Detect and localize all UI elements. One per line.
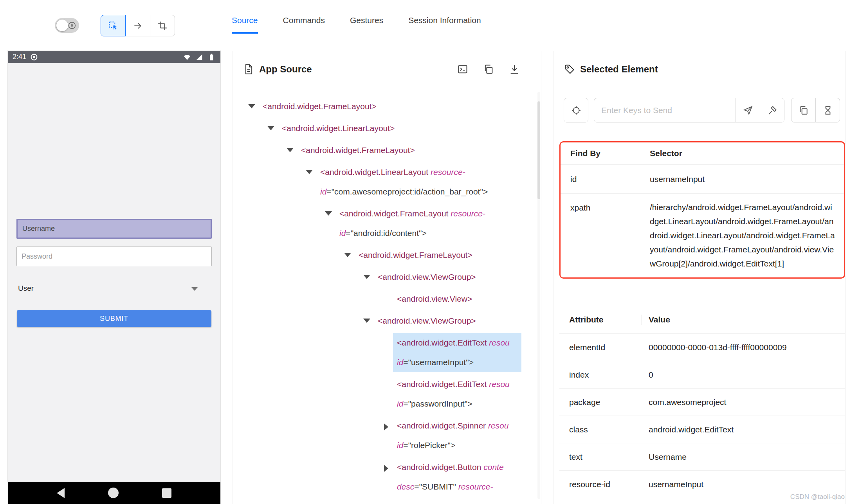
chevron-down-icon[interactable] bbox=[358, 311, 375, 331]
chevron-down-icon[interactable] bbox=[301, 162, 318, 202]
notification-icon bbox=[30, 53, 38, 61]
send-keys-button[interactable] bbox=[736, 98, 760, 122]
selected-element-header: Selected Element bbox=[554, 51, 845, 87]
tab-source[interactable]: Source bbox=[232, 16, 258, 34]
tree-node[interactable]: <android.widget.LinearLayout> bbox=[262, 119, 541, 138]
tree-node-label[interactable]: <android.widget.FrameLayout resource-id=… bbox=[339, 204, 485, 243]
nav-home-icon[interactable] bbox=[108, 488, 119, 498]
device-nav-bar bbox=[8, 482, 220, 504]
arrow-spacer bbox=[377, 333, 395, 372]
chevron-down-icon[interactable] bbox=[339, 245, 356, 265]
keys-input[interactable] bbox=[594, 98, 736, 122]
signal-icon bbox=[195, 53, 204, 61]
nav-back-icon[interactable] bbox=[57, 488, 65, 498]
locate-button[interactable] bbox=[564, 98, 588, 122]
download-icon[interactable] bbox=[509, 64, 520, 75]
device-screenshot[interactable]: 2:41 Username Password User SUBMIT bbox=[8, 51, 220, 504]
table-row: elementId00000000-0000-013d-ffff-ffff000… bbox=[559, 333, 845, 361]
tree-node-label[interactable]: <android.widget.Button contedesc="SUBMIT… bbox=[397, 457, 504, 497]
find-by-table: Find BySelectoridusernameInputxpath/hier… bbox=[559, 141, 845, 279]
app-source-title: App Source bbox=[259, 64, 312, 75]
tree-node[interactable]: <android.view.ViewGroup> bbox=[358, 267, 541, 287]
tree-node-label[interactable]: <android.widget.FrameLayout> bbox=[301, 140, 415, 160]
paper-plane-icon bbox=[743, 105, 753, 115]
tree-node[interactable]: <android.widget.LinearLayout resource-id… bbox=[301, 162, 541, 202]
chevron-down-icon[interactable] bbox=[262, 119, 279, 138]
submit-button[interactable]: SUBMIT bbox=[17, 310, 211, 327]
password-field[interactable]: Password bbox=[16, 247, 212, 266]
clear-button[interactable] bbox=[760, 98, 784, 122]
device-app-screen[interactable]: Username Password User SUBMIT bbox=[8, 63, 220, 482]
chevron-down-icon[interactable] bbox=[281, 140, 299, 160]
select-element-button[interactable] bbox=[101, 15, 126, 36]
tree-node-label[interactable]: <android.widget.FrameLayout> bbox=[359, 245, 472, 265]
chevron-right-icon[interactable] bbox=[377, 416, 395, 455]
tree-node-label[interactable]: <android.widget.Spinner resouid="rolePic… bbox=[397, 416, 508, 455]
row-key: package bbox=[559, 398, 642, 407]
chevron-down-icon[interactable] bbox=[358, 267, 375, 287]
toggle-knob bbox=[56, 20, 68, 31]
nav-recents-icon[interactable] bbox=[162, 488, 171, 498]
source-scrollbar[interactable] bbox=[537, 92, 540, 499]
column-header: Value bbox=[642, 315, 845, 324]
copy-icon[interactable] bbox=[483, 64, 494, 75]
username-placeholder: Username bbox=[22, 225, 55, 233]
chevron-down-icon[interactable] bbox=[320, 204, 337, 243]
arrow-spacer bbox=[377, 374, 395, 414]
tree-node-label[interactable]: <android.widget.FrameLayout> bbox=[263, 97, 377, 116]
tree-node[interactable]: <android.view.ViewGroup> bbox=[358, 311, 541, 331]
crop-frame-icon bbox=[157, 21, 168, 31]
tree-node[interactable]: <android.widget.FrameLayout resource-id=… bbox=[320, 204, 541, 243]
swipe-button[interactable] bbox=[125, 15, 150, 36]
attributes-table: AttributeValueelementId00000000-0000-013… bbox=[559, 306, 845, 498]
tree-node-label[interactable]: <android.widget.LinearLayout> bbox=[282, 119, 395, 138]
tab-session-information[interactable]: Session Information bbox=[408, 16, 481, 34]
copy-icon bbox=[799, 105, 809, 115]
scrollbar-thumb[interactable] bbox=[537, 101, 540, 199]
row-key: xpath bbox=[561, 194, 643, 212]
hourglass-icon bbox=[823, 105, 833, 115]
tree-node-label-selected[interactable]: <android.widget.EditText resouid="userna… bbox=[393, 333, 521, 372]
table-row: idusernameInput bbox=[561, 164, 844, 193]
tree-node[interactable]: <android.widget.EditText resouid="userna… bbox=[377, 333, 541, 372]
tree-node[interactable]: <android.widget.EditText resouid="passwo… bbox=[377, 374, 541, 414]
wait-button[interactable] bbox=[815, 98, 840, 122]
tap-coordinates-button[interactable] bbox=[150, 15, 175, 36]
tree-node-label[interactable]: <android.view.View> bbox=[397, 289, 472, 309]
pointer-mode-group bbox=[101, 15, 175, 36]
hammer-icon bbox=[767, 105, 777, 115]
tag-icon bbox=[564, 64, 575, 75]
tab-gestures[interactable]: Gestures bbox=[350, 16, 383, 34]
watermark: CSDN @taoli-qiao bbox=[790, 493, 845, 501]
chevron-right-icon[interactable] bbox=[377, 457, 395, 497]
selected-element-panel: Selected Element bbox=[554, 51, 846, 504]
column-header: Attribute bbox=[559, 315, 642, 324]
tree-node-label[interactable]: <android.view.ViewGroup> bbox=[378, 311, 476, 331]
element-actions bbox=[564, 98, 840, 122]
row-value: usernameInput bbox=[643, 175, 844, 184]
role-picker[interactable]: User bbox=[16, 279, 212, 298]
tree-node[interactable]: <android.widget.Spinner resouid="rolePic… bbox=[377, 416, 541, 455]
tree-node-label[interactable]: <android.widget.EditText resouid="passwo… bbox=[397, 374, 510, 414]
crosshair-icon bbox=[571, 105, 581, 115]
selected-element-title: Selected Element bbox=[580, 64, 658, 75]
row-value: /hierarchy/android.widget.FrameLayout/an… bbox=[643, 194, 844, 277]
tree-node-label[interactable]: <android.widget.LinearLayout resource-id… bbox=[320, 162, 488, 202]
row-value: usernameInput bbox=[642, 480, 845, 489]
row-key: elementId bbox=[559, 343, 642, 352]
source-tree: <android.widget.FrameLayout><android.wid… bbox=[233, 87, 541, 504]
tab-commands[interactable]: Commands bbox=[283, 16, 325, 34]
tree-node[interactable]: <android.widget.Button contedesc="SUBMIT… bbox=[377, 457, 541, 497]
chevron-down-icon[interactable] bbox=[243, 97, 260, 116]
terminal-icon[interactable] bbox=[457, 64, 468, 75]
copy-attributes-button[interactable] bbox=[791, 98, 816, 122]
source-refresh-toggle[interactable] bbox=[55, 18, 79, 33]
tree-node[interactable]: <android.widget.FrameLayout> bbox=[281, 140, 541, 160]
tree-node-label[interactable]: <android.view.ViewGroup> bbox=[378, 267, 476, 287]
source-actions bbox=[457, 64, 520, 75]
row-key: index bbox=[559, 370, 642, 380]
tree-node[interactable]: <android.view.View> bbox=[377, 289, 541, 309]
tree-node[interactable]: <android.widget.FrameLayout> bbox=[243, 97, 541, 116]
username-field[interactable]: Username bbox=[16, 219, 212, 239]
tree-node[interactable]: <android.widget.FrameLayout> bbox=[339, 245, 541, 265]
